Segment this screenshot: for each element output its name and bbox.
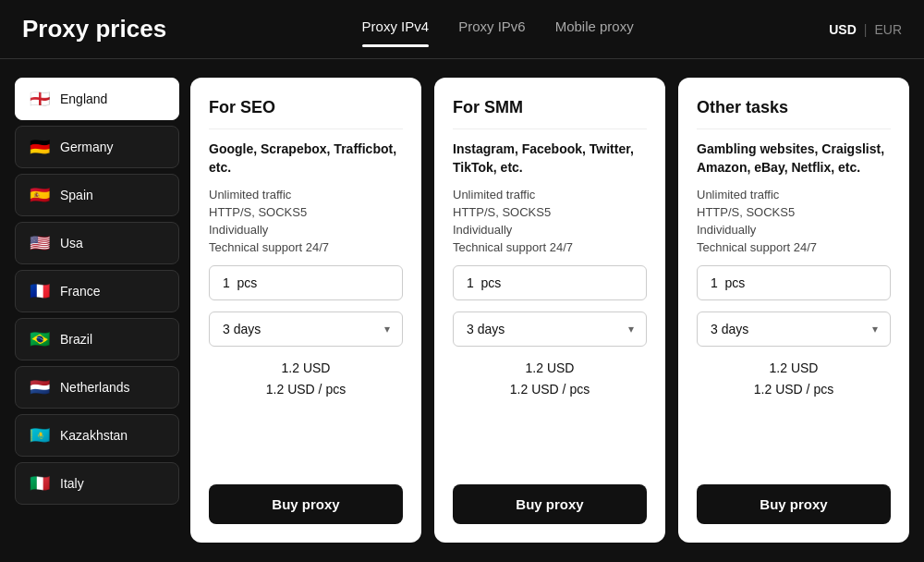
- period-select-other[interactable]: 3 days1 week1 month3 months: [697, 312, 891, 347]
- card-feature: Unlimited traffic: [209, 188, 403, 202]
- card-feature: HTTP/S, SOCKS5: [697, 205, 891, 219]
- price-per-pcs: 1.2 USD / pcs: [453, 379, 647, 399]
- card-features-smm: Unlimited trafficHTTP/S, SOCKS5Individua…: [453, 188, 647, 254]
- quantity-input-smm[interactable]: [453, 265, 647, 300]
- tab-proxy-ipv6[interactable]: Proxy IPv6: [458, 18, 526, 40]
- country-name: Kazakhstan: [60, 428, 128, 443]
- header: Proxy prices Proxy IPv4 Proxy IPv6 Mobil…: [0, 0, 924, 59]
- country-flag: 🇫🇷: [29, 280, 51, 302]
- nav-tabs: Proxy IPv4 Proxy IPv6 Mobile proxy: [166, 18, 829, 40]
- main-content: 🏴󠁧󠁢󠁥󠁮󠁧󠁿England🇩🇪Germany🇪🇸Spain🇺🇸Usa🇫🇷Fra…: [0, 59, 924, 561]
- country-item-italy[interactable]: 🇮🇹Italy: [15, 462, 179, 505]
- card-feature: Individually: [453, 223, 647, 237]
- card-price-smm: 1.2 USD 1.2 USD / pcs: [453, 358, 647, 399]
- country-item-england[interactable]: 🏴󠁧󠁢󠁥󠁮󠁧󠁿England: [15, 78, 179, 120]
- country-name: Netherlands: [60, 380, 130, 395]
- currency-toggle: USD | EUR: [829, 22, 902, 37]
- country-item-brazil[interactable]: 🇧🇷Brazil: [15, 318, 179, 360]
- period-select-seo[interactable]: 3 days1 week1 month3 months: [209, 312, 403, 347]
- country-name: Spain: [60, 188, 93, 202]
- period-select-smm[interactable]: 3 days1 week1 month3 months: [453, 312, 647, 347]
- page-title: Proxy prices: [22, 15, 166, 43]
- card-feature: Unlimited traffic: [453, 188, 647, 202]
- country-item-netherlands[interactable]: 🇳🇱Netherlands: [15, 366, 179, 409]
- period-select-wrap-other: 3 days1 week1 month3 months ▾: [697, 312, 891, 347]
- card-feature: HTTP/S, SOCKS5: [453, 205, 647, 219]
- country-name: Germany: [60, 140, 114, 154]
- buy-proxy-button-seo[interactable]: Buy proxy: [209, 484, 403, 524]
- country-name: England: [60, 92, 107, 106]
- card-title-other: Other tasks: [697, 98, 891, 129]
- pricing-card-smm: For SMM Instagram, Facebook, Twitter, Ti…: [434, 78, 665, 543]
- country-flag: 🇳🇱: [29, 376, 51, 398]
- country-name: Brazil: [60, 332, 92, 347]
- tab-mobile-proxy[interactable]: Mobile proxy: [555, 18, 634, 40]
- currency-eur[interactable]: EUR: [874, 22, 902, 37]
- buy-proxy-button-other[interactable]: Buy proxy: [697, 484, 891, 524]
- country-name: Usa: [60, 236, 83, 250]
- country-flag: 🇩🇪: [29, 136, 51, 158]
- country-flag: 🇺🇸: [29, 232, 51, 254]
- price-total: 1.2 USD: [697, 358, 891, 378]
- card-price-other: 1.2 USD 1.2 USD / pcs: [697, 358, 891, 399]
- price-per-pcs: 1.2 USD / pcs: [209, 379, 403, 399]
- country-item-spain[interactable]: 🇪🇸Spain: [15, 174, 179, 216]
- card-features-other: Unlimited trafficHTTP/S, SOCKS5Individua…: [697, 188, 891, 254]
- country-name: Italy: [60, 476, 84, 491]
- quantity-input-other[interactable]: [697, 265, 891, 300]
- card-price-seo: 1.2 USD 1.2 USD / pcs: [209, 358, 403, 399]
- price-total: 1.2 USD: [209, 358, 403, 378]
- country-flag: 🏴󠁧󠁢󠁥󠁮󠁧󠁿: [29, 88, 51, 110]
- buy-proxy-button-smm[interactable]: Buy proxy: [453, 484, 647, 524]
- currency-usd[interactable]: USD: [829, 22, 857, 37]
- card-feature: Individually: [209, 223, 403, 237]
- pricing-cards: For SEO Google, Scrapebox, Trafficbot, e…: [190, 78, 909, 543]
- country-flag: 🇪🇸: [29, 184, 51, 206]
- card-subtitle-seo: Google, Scrapebox, Trafficbot, etc.: [209, 140, 403, 177]
- card-feature: Technical support 24/7: [453, 240, 647, 254]
- period-select-wrap-smm: 3 days1 week1 month3 months ▾: [453, 312, 647, 347]
- card-subtitle-smm: Instagram, Facebook, Twitter, TikTok, et…: [453, 140, 647, 177]
- card-feature: Individually: [697, 223, 891, 237]
- country-sidebar: 🏴󠁧󠁢󠁥󠁮󠁧󠁿England🇩🇪Germany🇪🇸Spain🇺🇸Usa🇫🇷Fra…: [15, 78, 190, 543]
- card-features-seo: Unlimited trafficHTTP/S, SOCKS5Individua…: [209, 188, 403, 254]
- period-select-wrap-seo: 3 days1 week1 month3 months ▾: [209, 312, 403, 347]
- country-name: France: [60, 284, 101, 299]
- card-feature: HTTP/S, SOCKS5: [209, 205, 403, 219]
- card-title-seo: For SEO: [209, 98, 403, 129]
- card-feature: Technical support 24/7: [209, 240, 403, 254]
- pricing-card-other: Other tasks Gambling websites, Craigslis…: [678, 78, 909, 543]
- country-flag: 🇰🇿: [29, 424, 51, 446]
- price-per-pcs: 1.2 USD / pcs: [697, 379, 891, 399]
- country-item-usa[interactable]: 🇺🇸Usa: [15, 222, 179, 264]
- tab-proxy-ipv4[interactable]: Proxy IPv4: [362, 18, 430, 40]
- pricing-card-seo: For SEO Google, Scrapebox, Trafficbot, e…: [190, 78, 421, 543]
- card-title-smm: For SMM: [453, 98, 647, 129]
- card-subtitle-other: Gambling websites, Craigslist, Amazon, e…: [697, 140, 891, 177]
- country-flag: 🇧🇷: [29, 328, 51, 350]
- country-item-kazakhstan[interactable]: 🇰🇿Kazakhstan: [15, 414, 179, 457]
- country-item-germany[interactable]: 🇩🇪Germany: [15, 126, 179, 168]
- country-item-france[interactable]: 🇫🇷France: [15, 270, 179, 312]
- country-flag: 🇮🇹: [29, 472, 51, 495]
- price-total: 1.2 USD: [453, 358, 647, 378]
- quantity-input-seo[interactable]: [209, 265, 403, 300]
- currency-separator: |: [864, 22, 868, 37]
- card-feature: Technical support 24/7: [697, 240, 891, 254]
- card-feature: Unlimited traffic: [697, 188, 891, 202]
